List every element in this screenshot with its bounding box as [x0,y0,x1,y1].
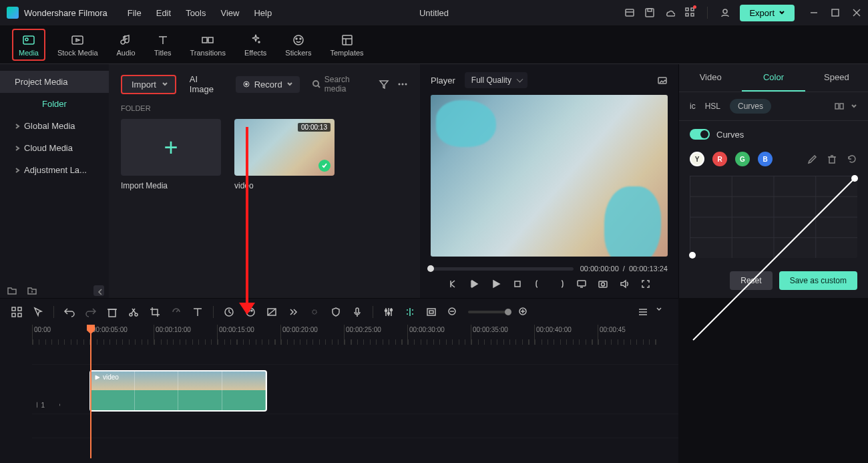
volume-icon[interactable] [618,278,630,290]
sidebar-project-media[interactable]: Project Media [0,71,109,93]
curves-toggle[interactable] [690,129,710,140]
fullscreen-icon[interactable] [640,278,652,290]
text-icon[interactable] [192,306,204,318]
channel-luma[interactable]: Y [690,152,704,166]
chevron-down-icon[interactable] [851,103,857,110]
more-tools-icon[interactable] [287,306,299,318]
maximize-icon[interactable] [831,8,840,17]
keyframe-icon[interactable] [223,306,235,318]
mic-icon[interactable] [351,306,363,318]
collapse-icon[interactable] [93,285,104,296]
tab-templates[interactable]: Templates [323,29,370,61]
zoom-out-icon[interactable] [447,306,459,318]
shield-icon[interactable] [330,306,342,318]
stop-icon[interactable] [511,278,523,290]
reset-curve-icon[interactable] [847,154,857,164]
more-icon[interactable] [397,79,408,90]
mixer-icon[interactable] [383,306,395,318]
zoom-in-icon[interactable] [517,306,529,318]
ai-image-button[interactable]: AI Image [184,71,228,98]
prev-frame-icon[interactable] [447,278,459,290]
video-clip[interactable]: video [89,370,267,412]
delete-icon[interactable] [827,154,837,164]
channel-green[interactable]: G [735,152,750,166]
menu-tools[interactable]: Tools [186,8,206,18]
apps-icon[interactable] [684,7,695,19]
quality-dropdown[interactable]: Full Quality [465,72,527,88]
video-clip-thumb[interactable]: 00:00:13 video [234,119,335,190]
close-icon[interactable] [852,8,861,17]
tab-titles[interactable]: Titles [148,29,178,61]
menu-file[interactable]: File [128,8,142,18]
mark-in-icon[interactable] [533,278,545,290]
record-button[interactable]: Record [236,76,300,93]
sidebar-cloud-media[interactable]: Cloud Media [0,137,109,159]
mask-icon[interactable] [266,306,278,318]
tab-video[interactable]: Video [679,64,742,92]
crop-icon[interactable] [149,306,161,318]
channel-blue[interactable]: B [758,152,773,166]
menu-view[interactable]: View [220,8,239,18]
view-options-icon[interactable] [637,306,649,318]
curve-point-high[interactable] [851,175,858,182]
play-start-icon[interactable] [469,278,481,290]
menu-edit[interactable]: Edit [156,8,171,18]
tab-stickers[interactable]: Stickers [278,29,318,61]
tab-effects[interactable]: Effects [238,29,273,61]
video-track-icon[interactable] [36,400,37,410]
sidebar-folder[interactable]: Folder [0,93,109,115]
curve-editor[interactable] [690,176,857,258]
visible-icon[interactable] [59,400,60,410]
tab-speed[interactable]: Speed [805,64,868,92]
play-icon[interactable] [490,278,502,290]
sidebar-adjustment-layer[interactable]: Adjustment La... [0,159,109,181]
preview-progress[interactable] [431,267,574,271]
frame-icon[interactable] [425,306,437,318]
save-icon[interactable] [644,7,655,18]
speed-icon[interactable] [170,306,182,318]
account-icon[interactable] [720,7,730,18]
tab-media[interactable]: Media [12,29,45,61]
camera-icon[interactable] [597,278,609,290]
subtab-hsl[interactable]: HSL [705,102,720,111]
mute-icon[interactable] [54,400,55,410]
filter-icon[interactable] [379,79,389,90]
lock-icon[interactable] [49,400,50,410]
markers-icon[interactable] [404,306,416,318]
snapshot-icon[interactable] [657,75,668,86]
import-media-thumb[interactable]: + Import Media [121,119,221,190]
selection-tool-icon[interactable] [32,306,44,318]
redo-icon[interactable] [85,306,97,318]
layout-icon[interactable] [624,7,635,18]
eyedropper-icon[interactable] [807,154,817,164]
compare-icon[interactable] [835,102,844,111]
mark-out-icon[interactable] [554,278,566,290]
video-track[interactable]: 1 video [32,365,678,414]
zoom-slider[interactable] [468,311,508,313]
split-icon[interactable] [128,306,140,318]
preview-video[interactable] [431,95,668,257]
channel-red[interactable]: R [712,152,727,166]
curve-point-low[interactable] [689,252,696,259]
display-icon[interactable] [576,278,588,290]
tab-stock-media[interactable]: Stock Media [51,29,105,61]
tab-color[interactable]: Color [742,64,805,92]
grid-icon[interactable] [11,306,23,318]
new-bin-icon[interactable] [27,285,37,296]
playhead[interactable] [90,325,91,458]
export-button[interactable]: Export [740,5,795,21]
minimize-icon[interactable] [809,8,819,17]
import-button[interactable]: Import [121,75,176,94]
menu-help[interactable]: Help [254,8,272,18]
subtab-ic[interactable]: ic [690,102,696,111]
subtab-curves[interactable]: Curves [730,99,771,114]
delete-clip-icon[interactable] [106,306,118,318]
search-input[interactable]: Search media [312,75,371,94]
new-folder-icon[interactable] [7,285,17,296]
audio-track[interactable]: 1 [32,414,678,438]
chevron-down-icon[interactable] [656,306,668,318]
sidebar-global-media[interactable]: Global Media [0,115,109,137]
undo-icon[interactable] [63,306,75,318]
tab-transitions[interactable]: Transitions [184,29,232,61]
timeline-ruler[interactable]: 00:00 00:00:05:00 00:00:10:00 00:00:15:0… [0,325,678,345]
